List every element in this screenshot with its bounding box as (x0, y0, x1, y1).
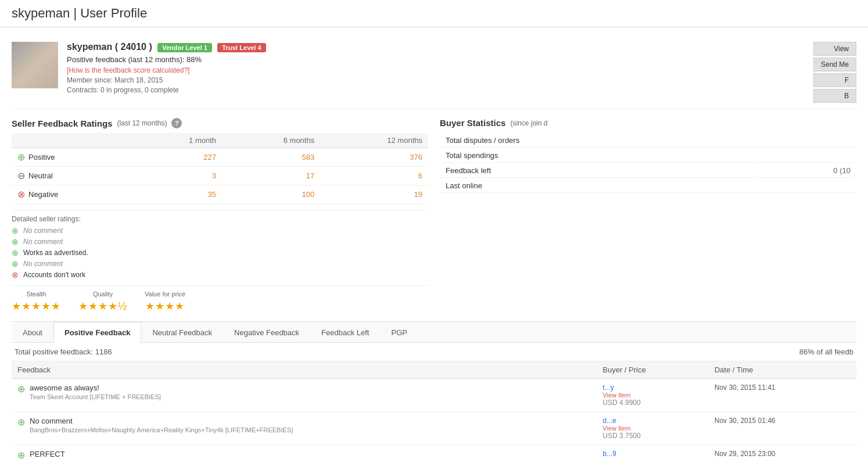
col-6months: 6 months (222, 133, 320, 148)
value-stars: ★★★★ (145, 300, 185, 313)
feedback-row: ⊕ awesome as always! Team Skeet Account … (12, 379, 856, 412)
view-item-link[interactable]: View Item (602, 425, 702, 432)
table-row: Last online (441, 179, 855, 193)
tabs-nav: About Positive Feedback Neutral Feedback… (12, 322, 856, 343)
table-row: Total spendings (441, 149, 855, 163)
buyer-stat-value (755, 149, 855, 163)
positive-label: ⊕ Positive (17, 152, 127, 163)
profile-section: skypeman ( 24010 ) Vendor Level 1 Trust … (12, 36, 856, 109)
tab-about[interactable]: About (12, 322, 53, 343)
send-message-button[interactable]: Send Me (813, 58, 856, 71)
star-category-quality: Quality ★★★★½ (78, 291, 127, 313)
buyer-stats-title: Buyer Statistics (since join d (440, 118, 856, 128)
positive-6m: 583 (222, 148, 320, 167)
table-row: ⊗ Negative 35 100 19 (12, 185, 428, 204)
col-label (12, 133, 132, 148)
neutral-label: ⊖ Neutral (17, 170, 127, 181)
trust-badge: Trust Level 4 (217, 43, 266, 52)
feedback-cell: ⊕ PERFECT DDF Network [LIFETIME + FREEBI… (12, 445, 597, 460)
stealth-label: Stealth (12, 291, 61, 297)
feedback-sub: BangBros+Brazzers+Mofos+Naughty America+… (30, 426, 293, 433)
comment-text: No comment (23, 260, 63, 268)
neutral-6m: 17 (222, 167, 320, 185)
negative-12m: 19 (320, 185, 428, 204)
profile-name: skypeman ( 24010 ) Vendor Level 1 Trust … (67, 42, 813, 52)
block-button[interactable]: B (813, 89, 856, 103)
feedback-calc-link[interactable]: [How is the feedback score calculated?] (67, 66, 189, 74)
date-cell: Nov 30, 2015 11:41 (709, 379, 856, 412)
table-row: Feedback left 0 (10 (441, 164, 855, 178)
comment-pos-icon: ⊕ (12, 226, 19, 235)
negative-dot: ⊗ (17, 189, 25, 200)
buyer-stat-label: Total spendings (441, 149, 754, 163)
feedback-buyer: d...e (602, 417, 702, 425)
follow-button[interactable]: F (813, 73, 856, 87)
feedback-summary: Total positive feedback: 1186 86% of all… (12, 343, 856, 361)
star-ratings-row: Stealth ★★★★★ Quality ★★★★½ Value for pr… (12, 285, 428, 313)
view-button[interactable]: View (813, 42, 856, 56)
buyer-stat-label: Feedback left (441, 164, 754, 178)
vendor-badge: Vendor Level 1 (157, 43, 212, 52)
feedback-main: awesome as always! (30, 383, 161, 392)
quality-stars: ★★★★½ (78, 300, 127, 313)
feedback-main: No comment (30, 417, 293, 425)
feedback-price: USD 4.9900 (602, 399, 702, 407)
buyer-stat-value (755, 134, 855, 148)
positive-icon: ⊕ (17, 417, 25, 428)
tab-feedback-left[interactable]: Feedback Left (310, 322, 380, 343)
negative-6m: 100 (222, 185, 320, 204)
content-area: skypeman ( 24010 ) Vendor Level 1 Trust … (0, 27, 868, 459)
help-icon[interactable]: ? (171, 118, 182, 128)
member-since: Member since: March 18, 2015 (67, 76, 813, 84)
positive-icon: ⊕ (17, 450, 25, 459)
tab-positive-feedback[interactable]: Positive Feedback (53, 322, 141, 343)
comment-pos-icon: ⊕ (12, 259, 19, 268)
feedback-date: Nov 30, 2015 11:41 (715, 383, 851, 392)
seller-stats: Seller Feedback Ratings (last 12 months)… (12, 118, 428, 313)
col-buyer-price: Buyer / Price (597, 361, 708, 379)
date-cell: Nov 30, 2015 01:46 (709, 412, 856, 445)
buyer-price-cell: t...y View Item USD 4.9900 (597, 379, 708, 412)
positive-1m: 227 (132, 148, 222, 167)
neutral-dot: ⊖ (17, 170, 25, 181)
table-row: ⊕ Positive 227 583 376 (12, 148, 428, 167)
detailed-ratings: Detailed seller ratings: ⊕ No comment ⊕ … (12, 210, 428, 279)
comment-pos-icon: ⊕ (12, 248, 19, 257)
positive-dot: ⊕ (17, 152, 25, 163)
buyer-stat-value (755, 179, 855, 193)
comment-row: ⊕ No comment (12, 226, 428, 235)
feedback-price: USD 3.7500 (602, 432, 702, 440)
comment-row: ⊗ Accounts don't work (12, 270, 428, 279)
page-title: skypeman | User Profile (12, 6, 856, 21)
tab-negative-feedback[interactable]: Negative Feedback (223, 322, 310, 343)
comment-text: No comment (23, 238, 63, 246)
tab-pgp[interactable]: PGP (380, 322, 418, 343)
comment-row: ⊕ No comment (12, 237, 428, 246)
star-category-value: Value for price ★★★★ (145, 291, 185, 313)
view-item-link[interactable]: View Item (602, 392, 702, 399)
table-row: Total disputes / orders (441, 134, 855, 148)
neutral-12m: 6 (320, 167, 428, 185)
tab-neutral-feedback[interactable]: Neutral Feedback (141, 322, 223, 343)
neutral-1m: 3 (132, 167, 222, 185)
buyer-stat-value: 0 (10 (755, 164, 855, 178)
comment-text: Accounts don't work (23, 271, 85, 279)
date-cell: Nov 29, 2015 23:00 (709, 445, 856, 460)
tabs-section: About Positive Feedback Neutral Feedback… (12, 321, 856, 459)
col-date-time: Date / Time (709, 361, 856, 379)
profile-userid: ( 24010 ) (115, 42, 152, 52)
table-row: ⊖ Neutral 3 17 6 (12, 167, 428, 185)
quality-label: Quality (78, 291, 127, 297)
star-category-stealth: Stealth ★★★★★ (12, 291, 61, 313)
total-feedback-label: Total positive feedback: 1186 (15, 347, 112, 356)
feedback-percent-label: 86% of all feedb (799, 347, 853, 356)
avatar (12, 42, 58, 88)
feedback-main: PERFECT (30, 450, 141, 458)
feedback-table: Feedback Buyer / Price Date / Time ⊕ awe… (12, 361, 856, 459)
feedback-date: Nov 30, 2015 01:46 (715, 417, 851, 425)
feedback-cell: ⊕ No comment BangBros+Brazzers+Mofos+Nau… (12, 412, 597, 445)
avatar-image (12, 42, 58, 88)
value-label: Value for price (145, 291, 185, 297)
buyer-price-cell: d...e View Item USD 3.7500 (597, 412, 708, 445)
comment-text: No comment (23, 227, 63, 235)
